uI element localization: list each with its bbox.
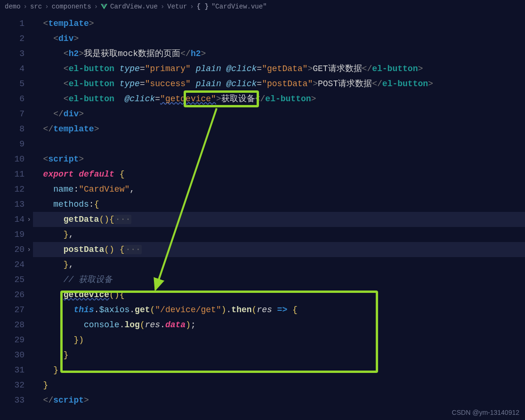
line-number: 32 xyxy=(14,380,24,390)
line-number: 12 xyxy=(14,185,24,194)
code-line[interactable]: getData(){··· xyxy=(33,212,525,227)
line-number: 13 xyxy=(14,200,24,209)
code-line[interactable]: // 获取设备 xyxy=(33,272,525,287)
code-line[interactable]: } xyxy=(33,363,525,378)
line-number: 28 xyxy=(14,320,24,330)
crumb-sep: › xyxy=(94,3,98,10)
line-number: 8 xyxy=(19,124,24,134)
line-number: 1 xyxy=(19,19,24,28)
code-line[interactable]: <h2>我是获取mock数据的页面</h2> xyxy=(33,46,525,61)
code-line[interactable]: <div> xyxy=(33,31,525,46)
vue-icon xyxy=(101,4,107,9)
code-line[interactable]: name:"CardView", xyxy=(33,182,525,197)
crumb-sep: › xyxy=(161,3,164,10)
crumb-demo[interactable]: demo xyxy=(5,3,21,10)
line-number: 31 xyxy=(14,365,24,375)
code-line[interactable]: } xyxy=(33,347,525,363)
crumb-components[interactable]: components xyxy=(52,3,91,10)
code-line[interactable]: <script> xyxy=(33,152,525,167)
code-area[interactable]: <template> <div> <h2>我是获取mock数据的页面</h2> … xyxy=(33,13,525,420)
breadcrumb: demo › src › components › CardView.vue ›… xyxy=(0,0,525,13)
crumb-vetur[interactable]: Vetur xyxy=(167,3,187,10)
code-line[interactable]: } xyxy=(33,378,525,393)
line-number: 33 xyxy=(14,396,24,405)
line-number: 5 xyxy=(19,79,24,89)
line-number: 2 xyxy=(19,34,24,43)
line-number: 3 xyxy=(19,49,24,58)
code-line[interactable]: <el-button @click="getdevice">获取设备</el-b… xyxy=(33,91,525,106)
line-number: 14 xyxy=(14,215,24,224)
code-line[interactable]: <el-button type="primary" plain @click="… xyxy=(33,61,525,76)
code-line[interactable]: console.log(res.data); xyxy=(33,317,525,332)
line-number: 7 xyxy=(19,109,24,119)
line-number: 11 xyxy=(14,170,24,179)
watermark: CSDN @ym-13140912 xyxy=(452,409,519,416)
code-line[interactable]: </template> xyxy=(33,121,525,137)
line-number: 30 xyxy=(14,350,24,360)
crumb-sep: › xyxy=(45,3,48,10)
crumb-src[interactable]: src xyxy=(30,3,42,10)
line-number: 20 xyxy=(14,245,24,254)
code-line[interactable]: </script> xyxy=(33,393,525,408)
line-number: 27 xyxy=(14,305,24,315)
code-line[interactable]: <el-button type="success" plain @click="… xyxy=(33,76,525,91)
braces-icon: { } xyxy=(197,3,209,10)
line-number: 24 xyxy=(14,260,24,269)
code-line[interactable]: }) xyxy=(33,332,525,347)
crumb-sep: › xyxy=(24,3,27,10)
line-number: 6 xyxy=(19,94,24,104)
crumb-sep: › xyxy=(190,3,194,10)
line-number: 26 xyxy=(14,290,24,299)
code-line[interactable]: }, xyxy=(33,257,525,272)
line-number: 4 xyxy=(19,64,24,73)
fold-icon[interactable]: › xyxy=(27,242,31,257)
code-line[interactable]: }, xyxy=(33,227,525,242)
code-line[interactable]: methods:{ xyxy=(33,197,525,212)
line-number: 25 xyxy=(14,275,24,284)
crumb-file[interactable]: CardView.vue xyxy=(110,3,158,10)
code-line[interactable]: </div> xyxy=(33,106,525,121)
code-line[interactable]: postData() {··· xyxy=(33,242,525,257)
line-number: 9 xyxy=(19,139,24,149)
line-number: 29 xyxy=(14,335,24,345)
code-line[interactable] xyxy=(33,137,525,152)
code-line[interactable]: this.$axios.get("/device/get").then(res … xyxy=(33,302,525,317)
crumb-leaf[interactable]: "CardView.vue" xyxy=(211,3,267,10)
line-number: 10 xyxy=(14,154,24,164)
line-number-gutter: 1 2 3 4 5 6 7 8 9 10 11 12 13 14› 19 20›… xyxy=(0,13,33,420)
code-line[interactable]: <template> xyxy=(33,16,525,31)
fold-icon[interactable]: › xyxy=(27,212,31,227)
code-line[interactable]: getdevice(){ xyxy=(33,287,525,302)
editor: 1 2 3 4 5 6 7 8 9 10 11 12 13 14› 19 20›… xyxy=(0,13,525,420)
code-line[interactable]: export default { xyxy=(33,167,525,182)
line-number: 19 xyxy=(14,230,24,239)
